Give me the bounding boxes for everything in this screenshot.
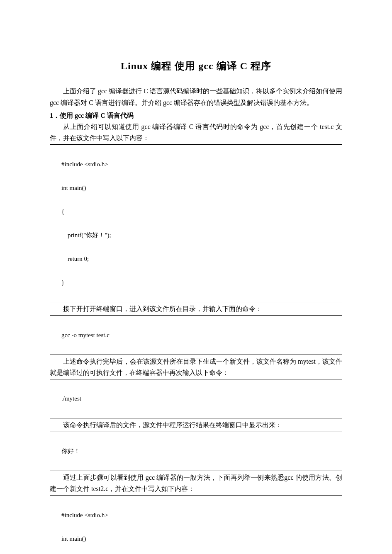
code-line: int main() bbox=[61, 182, 342, 194]
code-line: 你好！ bbox=[61, 445, 342, 457]
code-line: return 0; bbox=[61, 253, 342, 265]
section-1-paragraph-4: 该命令执行编译后的文件，源文件中程序运行结果在终端窗口中显示出来： bbox=[50, 419, 342, 430]
code-line: ./mytest bbox=[61, 393, 342, 405]
code-block-2: gcc -o mytest test.c bbox=[50, 315, 342, 355]
code-line: } bbox=[61, 277, 342, 289]
code-line: gcc -o mytest test.c bbox=[61, 329, 342, 341]
code-block-3: ./mytest bbox=[50, 379, 342, 419]
code-line: #include <stdio.h> bbox=[61, 158, 342, 170]
code-line: { bbox=[61, 206, 342, 218]
code-line: #include <stdio.h> bbox=[61, 509, 342, 521]
code-block-5: #include <stdio.h> int main() { int sum=… bbox=[50, 495, 342, 554]
code-block-1: #include <stdio.h> int main() { printf("… bbox=[50, 144, 342, 302]
code-line: printf("你好！"); bbox=[61, 229, 342, 241]
section-1-paragraph-1: 从上面介绍可以知道使用 gcc 编译器编译 C 语言代码时的命令为 gcc，首先… bbox=[50, 121, 342, 143]
section-1-paragraph-3: 上述命令执行完毕后，会在该源文件所在目录下生成一个新文件，该文件名称为 myte… bbox=[50, 356, 342, 378]
code-block-4: 你好！ bbox=[50, 432, 342, 471]
code-line: int main() bbox=[61, 533, 342, 545]
section-1-paragraph-2: 接下开打开终端窗口，进入到该文件所在目录，并输入下面的命令： bbox=[50, 303, 342, 314]
intro-paragraph: 上面介绍了 gcc 编译器进行 C 语言源代码编译时的一些基础知识，将以多个实例… bbox=[50, 85, 342, 108]
document-title: Linux 编程 使用 gcc 编译 C 程序 bbox=[50, 58, 342, 74]
section-1-heading: 1．使用 gcc 编译 C 语言代码 bbox=[50, 110, 342, 121]
section-1-paragraph-5: 通过上面步骤可以看到使用 gcc 编译器的一般方法，下面再列举一例来熟悉gcc … bbox=[50, 472, 342, 494]
